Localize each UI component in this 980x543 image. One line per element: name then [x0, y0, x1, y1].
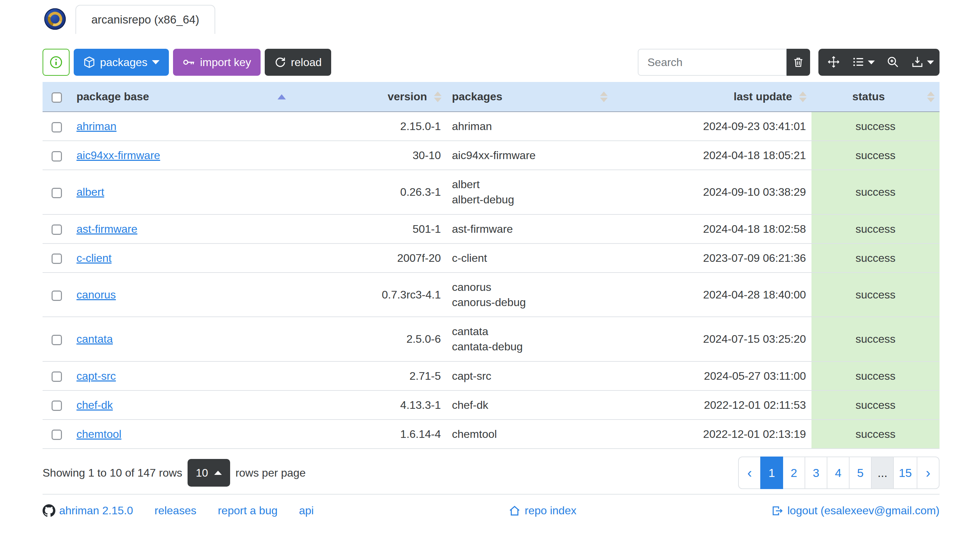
pagination-page-3[interactable]: 3 [805, 457, 827, 489]
package-base-link[interactable]: ast-firmware [76, 223, 137, 235]
version-cell: 0.26.3-1 [291, 170, 446, 214]
last-update-cell: 2022-12-01 02:13:19 [612, 419, 811, 449]
status-cell: success [811, 317, 940, 361]
status-cell: success [811, 243, 940, 273]
package-name: albert-debug [452, 192, 607, 207]
table-row: cantata 2.5.0-6 cantatacantata-debug 202… [43, 317, 940, 361]
export-download-icon [911, 56, 924, 70]
row-checkbox[interactable] [52, 291, 62, 301]
version-cell: 2.15.0-1 [291, 112, 446, 141]
last-update-cell: 2023-07-09 06:21:36 [612, 243, 811, 273]
page-size-dropdown-button[interactable]: 10 [188, 459, 231, 487]
columns-dropdown-button[interactable] [848, 49, 879, 76]
row-checkbox[interactable] [52, 224, 62, 235]
columns-list-icon [852, 56, 865, 70]
pagination-page-4[interactable]: 4 [827, 457, 850, 489]
report-bug-link[interactable]: report a bug [218, 504, 278, 517]
releases-label: releases [154, 504, 196, 517]
status-cell: success [811, 361, 940, 391]
pagination-summary-group: Showing 1 to 10 of 147 rows 10 rows per … [43, 459, 305, 487]
package-base-link[interactable]: ahriman [76, 120, 117, 132]
table-row: albert 0.26.3-1 albertalbert-debug 2024-… [43, 170, 940, 214]
fullscreen-button[interactable] [820, 49, 848, 76]
package-base-link[interactable]: aic94xx-firmware [76, 149, 160, 162]
table-row: ahriman 2.15.0-1 ahriman 2024-09-23 03:4… [43, 112, 940, 141]
pagination-page-5[interactable]: 5 [849, 457, 872, 489]
packages-cell: albertalbert-debug [446, 170, 612, 214]
pagination-page-15[interactable]: 15 [893, 457, 917, 489]
row-checkbox[interactable] [52, 254, 62, 264]
package-base-cell: ast-firmware [71, 214, 291, 243]
api-link[interactable]: api [299, 504, 314, 517]
pagination-next-button[interactable]: › [917, 457, 940, 489]
column-header-label: status [852, 90, 885, 103]
api-label: api [299, 504, 314, 517]
packages-button-label: packages [100, 57, 147, 68]
package-base-cell: chef-dk [71, 391, 291, 419]
row-checkbox[interactable] [52, 335, 62, 345]
package-name: chef-dk [452, 397, 607, 413]
info-icon [49, 56, 63, 69]
column-header-package-base[interactable]: package base [71, 82, 291, 112]
sort-both-icon [927, 91, 935, 102]
package-base-link[interactable]: chef-dk [76, 399, 113, 411]
toggle-search-button[interactable] [879, 49, 907, 76]
search-input[interactable] [638, 49, 787, 76]
row-checkbox[interactable] [52, 400, 62, 411]
import-key-button-label: import key [200, 57, 251, 68]
repo-index-link[interactable]: repo index [508, 504, 576, 517]
select-all-checkbox[interactable] [52, 92, 62, 103]
packages-dropdown-button[interactable]: packages [74, 49, 169, 76]
package-base-link[interactable]: chemtool [76, 428, 121, 440]
package-base-link[interactable]: c-client [76, 252, 111, 264]
column-header-status[interactable]: status [811, 82, 940, 112]
pagination-prev-button[interactable]: ‹ [738, 457, 761, 489]
sort-both-icon [799, 91, 807, 102]
column-header-label: package base [76, 90, 149, 103]
releases-link[interactable]: releases [154, 504, 196, 517]
pagination-summary: Showing 1 to 10 of 147 rows [43, 467, 182, 479]
row-select-cell [43, 243, 71, 273]
sort-both-icon [600, 91, 608, 102]
logout-icon [771, 505, 783, 517]
row-select-cell [43, 214, 71, 243]
pagination-page-1[interactable]: 1 [760, 457, 783, 489]
row-checkbox[interactable] [52, 430, 62, 440]
info-button[interactable] [43, 49, 70, 76]
zoom-in-icon [886, 56, 899, 70]
sort-asc-icon [278, 94, 286, 99]
status-cell: success [811, 419, 940, 449]
table-row: c-client 2007f-20 c-client 2023-07-09 06… [43, 243, 940, 273]
package-base-link[interactable]: albert [76, 186, 104, 198]
logout-link[interactable]: logout (esalexeev@gmail.com) [771, 504, 940, 517]
export-dropdown-button[interactable] [907, 49, 938, 76]
column-header-version[interactable]: version [291, 82, 446, 112]
row-checkbox[interactable] [52, 122, 62, 132]
import-key-button[interactable]: import key [173, 49, 261, 76]
row-checkbox[interactable] [52, 188, 62, 198]
toolbar-right [638, 49, 940, 76]
package-name: c-client [452, 251, 607, 266]
repository-tab[interactable]: arcanisrepo (x86_64) [75, 5, 215, 34]
ahriman-version-link[interactable]: ahriman 2.15.0 [43, 504, 133, 517]
pagination-page-2[interactable]: 2 [783, 457, 805, 489]
package-base-link[interactable]: cantata [76, 333, 113, 345]
package-name: aic94xx-firmware [452, 148, 607, 163]
row-checkbox[interactable] [52, 372, 62, 382]
row-checkbox[interactable] [52, 151, 62, 162]
pagination-ellipsis: ... [871, 457, 894, 489]
column-header-packages[interactable]: packages [446, 82, 612, 112]
reload-button[interactable]: reload [265, 49, 331, 76]
packages-table: package base version packages last updat… [43, 82, 940, 449]
package-base-cell: canorus [71, 273, 291, 317]
last-update-cell: 2024-09-10 03:38:29 [612, 170, 811, 214]
package-base-link[interactable]: canorus [76, 289, 116, 301]
package-base-link[interactable]: capt-src [76, 370, 116, 382]
column-header-last-update[interactable]: last update [612, 82, 811, 112]
key-icon [182, 56, 196, 69]
last-update-cell: 2022-12-01 02:11:53 [612, 391, 811, 419]
repository-tab-label: arcanisrepo (x86_64) [91, 13, 199, 26]
table-row: capt-src 2.71-5 capt-src 2024-05-27 03:1… [43, 361, 940, 391]
row-select-cell [43, 273, 71, 317]
remove-package-button[interactable] [787, 49, 810, 76]
